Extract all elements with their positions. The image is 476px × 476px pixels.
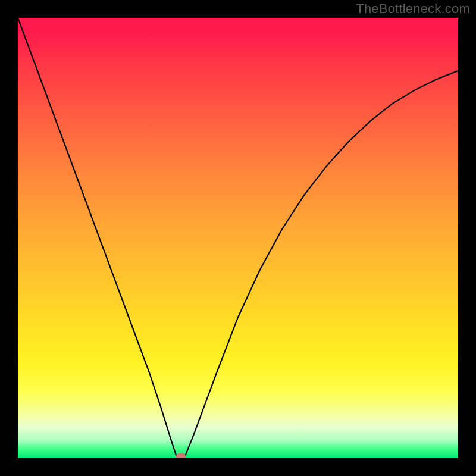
plot-area [18, 18, 458, 458]
chart-frame: TheBottleneck.com [0, 0, 476, 476]
bottleneck-curve-path [18, 18, 458, 458]
optimal-marker [176, 453, 186, 458]
curve-svg [18, 18, 458, 458]
watermark-text: TheBottleneck.com [356, 1, 470, 17]
